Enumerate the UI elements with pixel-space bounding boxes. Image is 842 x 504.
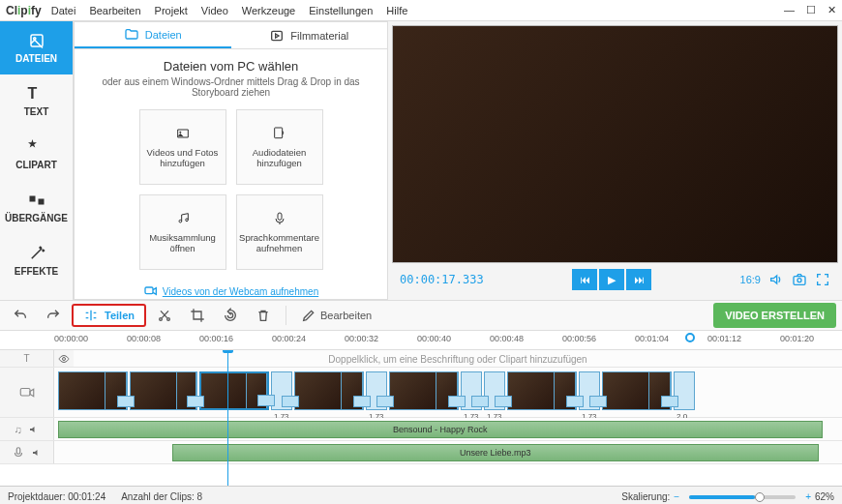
sidebar-item-clipart[interactable]: ★ CLIPART [0,128,73,181]
ruler-tick: 00:01:04 [635,334,669,343]
caption-track[interactable]: Doppelklick, um eine Beschriftung oder C… [74,350,842,367]
voice-track[interactable]: Unsere Liebe.mp3 [54,441,842,463]
duration-label: Projektdauer: [8,491,65,502]
maximize-icon[interactable]: ☐ [806,4,816,16]
media-panel-subtitle: oder aus einem Windows-Ordner mittels Dr… [86,76,376,98]
sidebar-item-effekte[interactable]: EFFEKTE [0,234,73,287]
webcam-link[interactable]: Videos von der Webcam aufnehmen [143,283,318,299]
zoom-slider[interactable] [689,495,796,499]
mute-icon[interactable] [31,447,43,459]
menu-einstellungen[interactable]: Einstellungen [309,5,373,16]
menu-werkzeuge[interactable]: Werkzeuge [242,5,295,16]
marker-icon[interactable] [685,333,695,342]
tile-label: Musiksammlung öffnen [144,232,222,253]
mute-icon[interactable] [28,424,40,435]
ruler-tick: 00:01:12 [707,334,741,343]
ruler-tick: 00:00:16 [199,334,233,343]
media-panel: Dateien Filmmaterial Dateien vom PC wähl… [74,21,388,300]
video-clip[interactable] [602,371,672,410]
timeline-ruler[interactable]: 00:00:00 00:00:08 00:00:16 00:00:24 00:0… [0,331,842,350]
tile-label: Audiodateien hinzufügen [241,147,318,168]
visibility-icon[interactable] [58,353,70,365]
tile-record-voice[interactable]: Sprachkommentare aufnehmen [236,194,323,270]
music-track-icon: ♫ [14,424,21,435]
tab-dateien[interactable]: Dateien [75,22,231,48]
video-clip[interactable] [294,371,364,410]
split-button[interactable]: Teilen [72,304,146,327]
play-button[interactable]: ▶ [599,269,624,290]
tile-add-video-photo[interactable]: Videos und Fotos hinzufügen [139,109,226,185]
edit-button[interactable]: Bearbeiten [294,304,378,327]
files-icon [28,32,45,49]
music-track[interactable]: Bensound - Happy Rock [54,418,842,440]
undo-button[interactable] [6,304,35,327]
media-panel-title: Dateien vom PC wählen [86,59,376,74]
svg-rect-6 [274,128,282,138]
prev-frame-button[interactable]: ⏮ [572,269,597,290]
minimize-icon[interactable]: — [784,4,795,16]
redo-button[interactable] [39,304,68,327]
video-clip-selected[interactable] [199,371,269,410]
create-video-button[interactable]: VIDEO ERSTELLEN [713,303,836,328]
fullscreen-icon[interactable] [815,272,830,287]
menu-hilfe[interactable]: Hilfe [386,5,407,16]
scale-value: 62% [815,491,834,502]
volume-icon[interactable] [768,272,784,287]
duration-value: 00:01:24 [68,491,105,502]
preview-video[interactable] [392,25,838,263]
svg-point-12 [167,318,170,321]
video-clip[interactable] [130,371,197,410]
webcam-label: Videos von der Webcam aufnehmen [163,286,318,297]
text-icon: T [28,85,45,103]
close-icon[interactable]: ✕ [827,4,836,16]
ruler-tick: 00:00:48 [490,334,524,343]
delete-button[interactable] [249,304,278,327]
cut-button[interactable] [150,304,179,327]
timeline: T Doppelklick, um eine Beschriftung oder… [0,350,842,486]
split-label: Teilen [105,310,135,321]
ruler-tick: 00:00:00 [54,334,88,343]
video-clip[interactable] [389,371,459,410]
next-frame-button[interactable]: ⏭ [626,269,651,290]
sidebar-item-uebergaenge[interactable]: ÜBERGÄNGE [0,181,73,234]
svg-point-13 [63,357,66,360]
crop-button[interactable] [183,304,212,327]
rotate-button[interactable] [216,304,245,327]
music-icon [175,211,191,226]
video-track-icon [18,384,36,401]
ruler-tick: 00:01:20 [780,334,814,343]
audio-clip[interactable]: Unsere Liebe.mp3 [172,444,818,461]
folder-icon [124,27,139,43]
aspect-ratio[interactable]: 16:9 [740,274,761,285]
tab-filmmaterial[interactable]: Filmmaterial [231,22,388,48]
text-track-icon: T [23,353,29,364]
svg-rect-8 [145,287,153,294]
menu-projekt[interactable]: Projekt [155,5,188,16]
video-clip[interactable] [507,371,577,410]
sidebar-label: ÜBERGÄNGE [5,213,68,223]
timeline-toolbar: Teilen Bearbeiten VIDEO ERSTELLEN [0,300,842,331]
tile-label: Sprachkommentare aufnehmen [239,232,319,253]
tile-add-audio[interactable]: Audiodateien hinzufügen [236,109,323,185]
ruler-tick: 00:00:40 [417,334,451,343]
menu-datei[interactable]: Datei [51,5,76,16]
webcam-icon [143,283,159,299]
pencil-icon [301,308,316,323]
menu-bearbeiten[interactable]: Bearbeiten [89,5,140,16]
voice-track-icon [12,446,25,460]
menu-video[interactable]: Video [201,5,228,16]
tile-music-library[interactable]: Musiksammlung öffnen [139,194,226,270]
sidebar-item-dateien[interactable]: DATEIEN [0,21,73,74]
zoom-in-button[interactable]: + [805,491,811,502]
zoom-out-button[interactable]: − [674,491,679,502]
sidebar: DATEIEN T TEXT ★ CLIPART ÜBERGÄNGE EFFEK… [0,21,74,300]
audio-clip[interactable]: Bensound - Happy Rock [58,421,823,438]
ruler-tick: 00:00:32 [345,334,378,343]
sidebar-item-text[interactable]: T TEXT [0,74,73,128]
video-track[interactable]: 1.73 1.73 1.73 1.73 1.73 2.0 [54,368,842,417]
video-clip[interactable] [58,371,128,410]
preview-area: 00:00:17.333 ⏮ ▶ ⏭ 16:9 [388,21,842,300]
ruler-tick: 00:00:24 [272,334,306,343]
tab-label: Filmmaterial [290,30,348,42]
snapshot-icon[interactable] [792,272,807,287]
